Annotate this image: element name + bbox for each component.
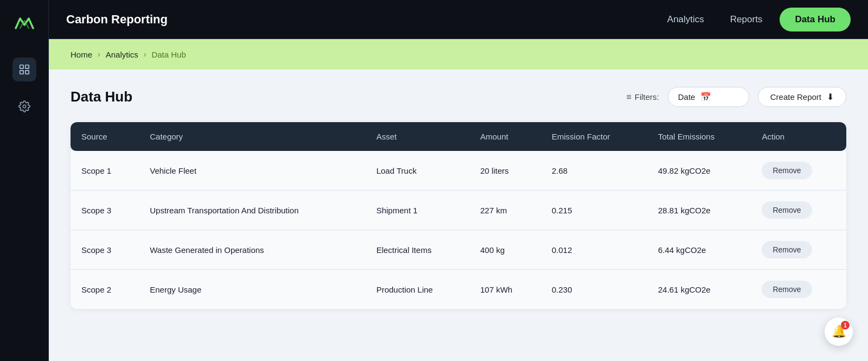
remove-button-0[interactable]: Remove (762, 162, 812, 179)
nav-links: Analytics Reports (667, 14, 763, 25)
cell-emission-factor: 0.012 (541, 230, 647, 270)
cell-total-emissions: 28.81 kgCO2e (647, 191, 751, 230)
cell-amount: 227 km (469, 191, 541, 230)
remove-button-1[interactable]: Remove (762, 201, 812, 219)
filter-icon: ≡ (626, 92, 631, 102)
filters-row: ≡ Filters: Date 📅 Create Report ⬇ (626, 87, 846, 107)
data-hub-button[interactable]: Data Hub (780, 8, 851, 31)
create-report-label: Create Report (770, 92, 821, 102)
cell-action: Remove (751, 191, 846, 230)
svg-rect-1 (20, 65, 23, 68)
breadcrumb-home[interactable]: Home (71, 50, 92, 59)
col-header-emission-factor: Emission Factor (541, 122, 647, 151)
top-navigation: Carbon Reporting Analytics Reports Data … (49, 0, 868, 39)
sidebar-item-settings[interactable] (12, 94, 36, 118)
table-row: Scope 2Energy UsageProduction Line107 kW… (71, 270, 846, 309)
date-filter-label: Date (678, 92, 695, 102)
notification-badge: 1 (841, 321, 850, 330)
date-filter-button[interactable]: Date 📅 (668, 87, 749, 107)
table-row: Scope 3Waste Generated in OperationsElec… (71, 230, 846, 270)
col-header-total-emissions: Total Emissions (647, 122, 751, 151)
svg-rect-3 (20, 71, 23, 74)
cell-category: Upstream Transportation And Distribution (139, 191, 365, 230)
page-content: Data Hub ≡ Filters: Date 📅 Create Report… (49, 69, 868, 361)
remove-button-2[interactable]: Remove (762, 241, 812, 258)
cell-amount: 20 liters (469, 151, 541, 191)
filters-label: ≡ Filters: (626, 92, 659, 102)
cell-asset: Load Truck (366, 151, 470, 191)
cell-action: Remove (751, 270, 846, 309)
cell-total-emissions: 24.61 kgCO2e (647, 270, 751, 309)
cell-source: Scope 1 (71, 151, 139, 191)
col-header-asset: Asset (366, 122, 470, 151)
cell-emission-factor: 0.215 (541, 191, 647, 230)
cell-total-emissions: 49.82 kgCO2e (647, 151, 751, 191)
cell-total-emissions: 6.44 kgCO2e (647, 230, 751, 270)
brand-logo (12, 10, 36, 36)
col-header-category: Category (139, 122, 365, 151)
nav-link-analytics[interactable]: Analytics (667, 14, 704, 25)
download-icon: ⬇ (827, 92, 834, 102)
cell-action: Remove (751, 151, 846, 191)
content-header: Data Hub ≡ Filters: Date 📅 Create Report… (71, 87, 846, 107)
cell-asset: Production Line (366, 270, 470, 309)
cell-emission-factor: 2.68 (541, 151, 647, 191)
svg-rect-4 (25, 71, 28, 74)
cell-source: Scope 3 (71, 191, 139, 230)
sidebar (0, 0, 49, 361)
table-body: Scope 1Vehicle FleetLoad Truck20 liters2… (71, 151, 846, 309)
breadcrumb-sep-2: › (144, 50, 146, 59)
data-table-wrapper: Source Category Asset Amount Emission Fa… (71, 122, 846, 309)
remove-button-3[interactable]: Remove (762, 281, 812, 298)
cell-emission-factor: 0.230 (541, 270, 647, 309)
svg-point-5 (23, 105, 26, 108)
cell-category: Waste Generated in Operations (139, 230, 365, 270)
cell-asset: Shipment 1 (366, 191, 470, 230)
breadcrumb-datahub: Data Hub (151, 50, 186, 59)
app-title: Carbon Reporting (66, 12, 667, 27)
table-header-row: Source Category Asset Amount Emission Fa… (71, 122, 846, 151)
table-row: Scope 3Upstream Transportation And Distr… (71, 191, 846, 230)
cell-amount: 107 kWh (469, 270, 541, 309)
breadcrumb-analytics[interactable]: Analytics (106, 50, 138, 59)
col-header-amount: Amount (469, 122, 541, 151)
breadcrumb: Home › Analytics › Data Hub (49, 39, 868, 69)
sidebar-item-dashboard[interactable] (12, 58, 36, 81)
cell-action: Remove (751, 230, 846, 270)
nav-link-reports[interactable]: Reports (730, 14, 763, 25)
emissions-table: Source Category Asset Amount Emission Fa… (71, 122, 846, 309)
create-report-button[interactable]: Create Report ⬇ (758, 87, 846, 107)
page-title: Data Hub (71, 88, 626, 105)
cell-category: Vehicle Fleet (139, 151, 365, 191)
cell-source: Scope 2 (71, 270, 139, 309)
cell-amount: 400 kg (469, 230, 541, 270)
calendar-icon: 📅 (700, 92, 711, 102)
cell-category: Energy Usage (139, 270, 365, 309)
col-header-source: Source (71, 122, 139, 151)
cell-source: Scope 3 (71, 230, 139, 270)
breadcrumb-sep-1: › (98, 50, 100, 59)
cell-asset: Electrical Items (366, 230, 470, 270)
table-row: Scope 1Vehicle FleetLoad Truck20 liters2… (71, 151, 846, 191)
main-content: Carbon Reporting Analytics Reports Data … (49, 0, 868, 361)
notification-fab[interactable]: 🔔 1 (825, 318, 853, 346)
svg-rect-2 (25, 65, 28, 68)
col-header-action: Action (751, 122, 846, 151)
